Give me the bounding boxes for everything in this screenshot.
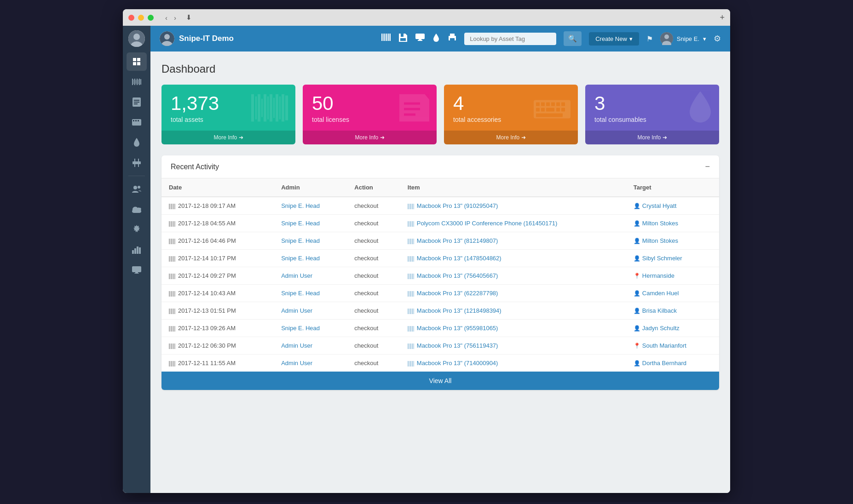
cell-target[interactable]: 📍South Marianfort [626,337,719,355]
cell-target[interactable]: 👤Milton Stokes [626,215,719,232]
add-tab-button[interactable]: + [720,13,725,22]
cell-item[interactable]: Macbook Pro 13" (1478504862) [400,250,626,267]
svg-rect-183 [412,326,413,332]
svg-rect-130 [175,256,175,262]
cell-item[interactable]: Macbook Pro 13" (756119437) [400,337,626,355]
collapse-button[interactable]: − [705,162,710,172]
print-nav-icon[interactable] [448,34,457,44]
cell-item[interactable]: Polycom CX3000 IP Conference Phone (1614… [400,215,626,232]
flag-icon[interactable]: ⚑ [646,34,653,43]
cell-target[interactable]: 👤Jadyn Schultz [626,320,719,337]
view-all-button[interactable]: View All [161,372,719,390]
sidebar-item-consumables[interactable] [127,133,147,152]
sidebar-item-dashboard[interactable] [127,52,147,71]
cell-admin[interactable]: Snipe E. Head [274,197,347,215]
svg-rect-156 [409,291,409,297]
svg-rect-139 [171,274,172,279]
sidebar-item-display[interactable] [127,261,147,279]
sidebar-item-cloud[interactable] [127,200,147,218]
cell-admin[interactable]: Snipe E. Head [274,250,347,267]
stat-card-consumables[interactable]: 3 total consumables More Info ➜ [585,85,719,144]
logo-image [160,31,174,46]
cell-item[interactable]: Macbook Pro 13" (1218498394) [400,302,626,320]
stat-card-licenses[interactable]: 50 total licenses More Info ➜ [303,85,437,144]
assets-more-info[interactable]: More Info ➜ [161,131,295,144]
forward-button[interactable]: › [172,13,179,23]
cell-item[interactable]: Macbook Pro 13" (756405667) [400,267,626,285]
sidebar-item-licenses[interactable] [127,93,147,111]
table-row: 2017-12-14 10:43 AMSnipe E. Headcheckout… [161,285,719,302]
cell-item[interactable]: Macbook Pro 13" (910295047) [400,197,626,215]
svg-rect-179 [408,326,409,332]
create-new-button[interactable]: Create New ▾ [589,32,639,46]
user-menu[interactable]: Snipe E. ▾ [660,32,706,45]
cell-action: checkout [347,285,400,302]
share-icon[interactable]: ⚙ [714,34,721,44]
table-row: 2017-12-14 10:17 PMSnipe E. Headcheckout… [161,250,719,267]
cell-target[interactable]: 👤Milton Stokes [626,232,719,250]
stat-card-accessories[interactable]: 4 total accessories [444,85,578,144]
cell-target[interactable]: 📍Hermanside [626,267,719,285]
cell-target[interactable]: 👤Brisa Kilback [626,302,719,320]
svg-rect-144 [409,274,409,279]
cell-target[interactable]: 👤Sibyl Schmeler [626,250,719,267]
cell-item[interactable]: Macbook Pro 13" (812149807) [400,232,626,250]
cell-item[interactable]: Macbook Pro 13" (955981065) [400,320,626,337]
monitor-nav-icon[interactable] [415,34,425,44]
svg-rect-135 [412,256,413,262]
sidebar-item-assets[interactable] [127,73,147,91]
download-icon[interactable]: ⬇ [186,13,192,22]
cell-admin[interactable]: Snipe E. Head [274,285,347,302]
assets-icon [251,94,288,128]
consumables-more-info[interactable]: More Info ➜ [585,131,719,144]
cell-admin[interactable]: Snipe E. Head [274,232,347,250]
cell-item[interactable]: Macbook Pro 13" (622287798) [400,285,626,302]
cell-admin[interactable]: Snipe E. Head [274,320,347,337]
svg-rect-88 [536,114,563,117]
cell-item[interactable]: Macbook Pro 13" (714000904) [400,355,626,372]
svg-rect-51 [415,34,425,39]
save-nav-icon[interactable] [399,34,407,44]
barcode-nav-icon[interactable] [381,34,391,44]
svg-rect-127 [171,256,172,262]
svg-rect-204 [409,361,409,367]
sidebar-item-accessories[interactable] [127,113,147,132]
back-button[interactable]: ‹ [163,13,170,23]
cell-admin[interactable]: Snipe E. Head [274,215,347,232]
cell-admin[interactable]: Admin User [274,267,347,285]
cell-target[interactable]: 👤Camden Huel [626,285,719,302]
stat-card-assets[interactable]: 1,373 total assets [161,85,295,144]
cell-admin[interactable]: Admin User [274,355,347,372]
close-button[interactable] [128,15,134,21]
minimize-button[interactable] [138,15,144,21]
svg-rect-113 [169,239,170,244]
asset-tag-search[interactable] [464,33,556,45]
cell-target[interactable]: 👤Dortha Bernhard [626,355,719,372]
maximize-button[interactable] [148,15,154,21]
svg-rect-198 [170,361,171,367]
licenses-more-info[interactable]: More Info ➜ [303,131,437,144]
svg-rect-112 [414,221,414,227]
svg-rect-111 [412,221,413,227]
consumable-nav-icon[interactable] [433,34,439,44]
svg-rect-87 [561,108,565,112]
svg-rect-164 [173,309,173,314]
svg-rect-4 [137,58,140,61]
sidebar-item-components[interactable] [127,154,147,172]
svg-rect-27 [138,164,139,167]
cell-admin[interactable]: Admin User [274,337,347,355]
svg-rect-125 [169,256,170,262]
cell-target[interactable]: 👤Crystal Hyatt [626,197,719,215]
svg-point-1 [133,34,140,40]
svg-rect-65 [264,94,266,122]
search-button[interactable]: 🔍 [564,31,582,46]
activity-title: Recent Activity [171,163,219,171]
sidebar-item-users[interactable] [127,180,147,198]
sidebar-item-settings[interactable] [127,220,147,239]
sidebar-item-reports[interactable] [127,241,147,259]
cell-admin[interactable]: Admin User [274,302,347,320]
chevron-down-icon: ▾ [629,35,633,42]
accessories-more-info[interactable]: More Info ➜ [444,131,578,144]
svg-rect-12 [138,80,138,84]
nav-buttons: ‹ › [163,13,179,23]
